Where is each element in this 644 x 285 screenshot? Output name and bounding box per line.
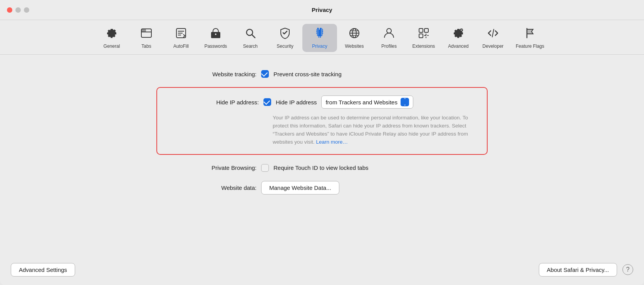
maximize-button[interactable] (24, 7, 29, 13)
hide-ip-dropdown[interactable]: from Trackers and Websites (321, 96, 413, 109)
website-tracking-checkbox[interactable] (261, 70, 269, 78)
website-tracking-text: Prevent cross-site tracking (273, 71, 342, 77)
minimize-button[interactable] (15, 7, 21, 13)
hide-ip-box: Hide IP address: Hide IP address from Tr… (156, 87, 488, 155)
settings-area: Website tracking: Prevent cross-site tra… (156, 70, 488, 194)
tab-autofill-label: AutoFill (173, 44, 189, 49)
help-button[interactable]: ? (622, 264, 633, 275)
search-icon (244, 27, 257, 41)
tab-privacy-label: Privacy (312, 44, 327, 49)
hide-ip-description-text: Your IP address can be used to determine… (273, 115, 468, 145)
private-browsing-checkbox[interactable] (261, 164, 269, 172)
passwords-icon (210, 27, 222, 41)
autofill-icon (175, 27, 187, 41)
tab-autofill[interactable]: AutoFill (164, 24, 198, 52)
hide-ip-description: Your IP address can be used to determine… (166, 114, 478, 146)
tab-advanced-label: Advanced (448, 44, 468, 49)
tab-advanced[interactable]: Advanced (441, 24, 476, 52)
titlebar: Privacy (0, 0, 644, 20)
featureflags-icon (524, 27, 536, 41)
tab-privacy[interactable]: Privacy (302, 24, 337, 52)
tab-profiles[interactable]: Profiles (372, 24, 406, 52)
tab-featureflags[interactable]: Feature Flags (510, 24, 550, 52)
tab-websites[interactable]: Websites (337, 24, 372, 52)
tab-extensions[interactable]: Extensions (406, 24, 441, 52)
toolbar: General Tabs (0, 20, 644, 55)
tab-tabs-label: Tabs (141, 44, 151, 49)
tab-security-label: Security (277, 44, 293, 49)
website-data-row: Website data: Manage Website Data... (156, 181, 488, 194)
traffic-lights (7, 7, 29, 13)
tab-search[interactable]: Search (233, 24, 268, 52)
content-area: Website tracking: Prevent cross-site tra… (0, 55, 644, 285)
advanced-settings-button[interactable]: Advanced Settings (11, 263, 75, 277)
svg-line-8 (252, 35, 255, 38)
website-data-label: Website data: (156, 184, 257, 191)
tab-passwords-label: Passwords (205, 44, 227, 49)
private-browsing-row: Private Browsing: Require Touch ID to vi… (156, 164, 488, 172)
tab-tabs[interactable]: Tabs (129, 24, 164, 52)
profiles-icon (383, 27, 395, 41)
tab-general-label: General (104, 44, 120, 49)
tabs-icon (140, 27, 153, 41)
tab-extensions-label: Extensions (413, 44, 435, 49)
hide-ip-checkbox[interactable] (263, 98, 271, 106)
tab-security[interactable]: Security (268, 24, 302, 52)
bottom-right: About Safari & Privacy... ? (539, 263, 633, 277)
security-icon (279, 27, 291, 41)
hide-ip-label: Hide IP address: (166, 99, 259, 106)
private-browsing-label: Private Browsing: (156, 164, 257, 171)
dropdown-arrows-icon (401, 98, 409, 106)
about-safari-button[interactable]: About Safari & Privacy... (539, 263, 617, 277)
tab-developer[interactable]: Developer (476, 24, 510, 52)
developer-icon (487, 27, 499, 41)
svg-rect-17 (419, 34, 423, 38)
extensions-icon (418, 27, 430, 41)
learn-more-link[interactable]: Learn more… (316, 139, 348, 145)
tab-websites-label: Websites (345, 44, 364, 49)
svg-rect-16 (424, 28, 428, 32)
manage-website-data-button[interactable]: Manage Website Data... (261, 181, 339, 194)
svg-rect-15 (419, 28, 423, 32)
bottom-bar: Advanced Settings About Safari & Privacy… (0, 254, 644, 285)
svg-rect-1 (141, 29, 146, 32)
hide-ip-row: Hide IP address: Hide IP address from Tr… (166, 96, 478, 109)
advanced-icon (452, 27, 465, 41)
window-title: Privacy (312, 7, 332, 13)
tab-featureflags-label: Feature Flags (516, 44, 544, 49)
svg-point-14 (387, 28, 391, 33)
close-button[interactable] (7, 7, 12, 13)
gear-icon (106, 27, 118, 41)
tab-developer-label: Developer (483, 44, 504, 49)
website-tracking-row: Website tracking: Prevent cross-site tra… (156, 70, 488, 78)
websites-icon (348, 27, 361, 41)
hide-ip-text: Hide IP address (276, 99, 317, 106)
tab-profiles-label: Profiles (381, 44, 397, 49)
privacy-icon (314, 27, 326, 41)
private-browsing-text: Require Touch ID to view locked tabs (273, 164, 369, 171)
tab-passwords[interactable]: Passwords (198, 24, 233, 52)
window: Privacy General Tabs (0, 0, 644, 285)
tab-general[interactable]: General (94, 24, 129, 52)
tab-search-label: Search (243, 44, 258, 49)
svg-line-19 (492, 29, 494, 37)
hide-ip-inner: Hide IP address: Hide IP address from Tr… (166, 96, 478, 146)
website-tracking-label: Website tracking: (156, 71, 257, 77)
hide-ip-dropdown-text: from Trackers and Websites (325, 99, 397, 106)
